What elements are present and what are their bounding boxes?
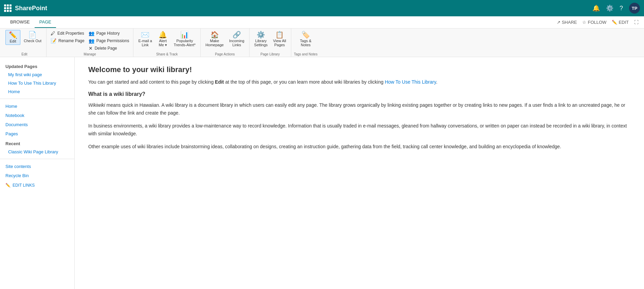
notification-icon[interactable]: 🔔 xyxy=(592,4,600,12)
sidebar-nav-notebook[interactable]: Notebook xyxy=(0,111,74,120)
para2: In business environments, a wiki library… xyxy=(88,122,630,137)
page-heading: Welcome to your wiki library! xyxy=(88,65,630,74)
ribbon-group-page-actions: 🏠 MakeHomepage 🔗 IncomingLinks Page Acti… xyxy=(201,29,249,57)
manage-small-group: 🖊 Edit Properties 📝 Rename Page xyxy=(49,30,86,44)
delete-page-icon: ✕ xyxy=(89,46,93,51)
ribbon-btn-view-all[interactable]: 📋 View AllPages xyxy=(271,30,288,48)
focus-action[interactable]: ⛶ xyxy=(634,20,639,25)
sidebar-divider1 xyxy=(0,99,74,99)
sidebar-edit-links[interactable]: ✏️ EDIT LINKS xyxy=(0,180,74,190)
ribbon-btn-delete-page[interactable]: ✕ Delete Page xyxy=(87,45,131,52)
focus-icon: ⛶ xyxy=(634,20,639,25)
tab-browse[interactable]: BROWSE xyxy=(5,17,35,28)
tags-notes-icon: 🏷️ xyxy=(301,31,310,38)
ribbon-btn-page-history[interactable]: 👥 Page History xyxy=(87,30,131,37)
edit-icon: ✏️ xyxy=(612,20,617,25)
sidebar-link-first-wiki[interactable]: My first wiki page xyxy=(0,70,74,79)
ribbon-btn-make-homepage[interactable]: 🏠 MakeHomepage xyxy=(203,30,226,48)
app-name: SharePoint xyxy=(15,5,47,12)
ribbon-btn-alert[interactable]: 🔔 AlertMe ▾ xyxy=(155,30,170,49)
sidebar-nav-pages[interactable]: Pages xyxy=(0,129,74,138)
ribbon-btn-checkout[interactable]: 📄 Check Out xyxy=(22,30,43,44)
share-action[interactable]: ↗ SHARE xyxy=(557,20,577,25)
sidebar-link-how-to[interactable]: How To Use This Library xyxy=(0,79,74,87)
edit-props-icon: 🖊 xyxy=(51,31,55,36)
view-all-icon: 📋 xyxy=(275,31,284,38)
apps-icon[interactable] xyxy=(4,4,12,12)
email-icon: ✉️ xyxy=(141,31,149,38)
ribbon-btn-rename[interactable]: 📝 Rename Page xyxy=(49,37,86,44)
manage-small-group2: 👥 Page History 👥 Page Permissions ✕ Dele… xyxy=(87,30,131,52)
intro-paragraph: You can get started and add content to t… xyxy=(88,78,630,86)
body-layout: Updated Pages My first wiki page How To … xyxy=(0,57,644,289)
ribbon-btn-tags-notes[interactable]: 🏷️ Tags &Notes xyxy=(298,30,314,48)
ribbon-btn-page-perms[interactable]: 👥 Page Permissions xyxy=(87,37,131,44)
sidebar-recent-classic[interactable]: Classic Wiki Page Library xyxy=(0,148,74,156)
incoming-icon: 🔗 xyxy=(233,31,241,38)
sidebar-divider2 xyxy=(0,159,74,159)
pencil-icon: ✏️ xyxy=(5,183,11,188)
homepage-icon: 🏠 xyxy=(210,31,219,38)
ribbon-group-tags: 🏷️ Tags &Notes Tags and Notes xyxy=(291,29,320,57)
ribbon-btn-email[interactable]: ✉️ E-mail aLink xyxy=(136,30,154,48)
follow-action[interactable]: ☆ FOLLOW xyxy=(582,20,606,25)
sidebar-link-home-updated[interactable]: Home xyxy=(0,87,74,96)
ribbon-btn-edit[interactable]: ✏️ Edit xyxy=(5,30,20,45)
ribbon-group-share: ✉️ E-mail aLink 🔔 AlertMe ▾ 📊 Popularity… xyxy=(133,29,201,57)
sidebar-recycle-bin[interactable]: Recycle Bin xyxy=(0,171,74,180)
ribbon-group-manage: 🖊 Edit Properties 📝 Rename Page 👥 Page H… xyxy=(47,29,133,57)
page-perms-icon: 👥 xyxy=(89,38,94,44)
follow-icon: ☆ xyxy=(582,20,586,25)
ribbon-group-library: ⚙️ LibrarySettings 📋 View AllPages Page … xyxy=(250,29,291,57)
ribbon-btn-library-settings[interactable]: ⚙️ LibrarySettings xyxy=(252,30,270,48)
topbar: SharePoint 🔔 ⚙️ ? TP xyxy=(0,0,644,16)
ribbon-btn-incoming[interactable]: 🔗 IncomingLinks xyxy=(227,30,246,48)
checkout-icon: 📄 xyxy=(28,31,37,38)
edit-action[interactable]: ✏️ EDIT xyxy=(612,20,629,25)
ribbon-btn-popularity[interactable]: 📊 PopularityTrends-Alert* xyxy=(172,30,198,48)
popularity-icon: 📊 xyxy=(180,31,189,38)
page-history-icon: 👥 xyxy=(89,31,94,36)
ribbon: ✏️ Edit 📄 Check Out Edit 🖊 Edit Properti… xyxy=(0,29,644,57)
updated-pages-title: Updated Pages xyxy=(0,61,74,70)
tab-bar: BROWSE PAGE ↗ SHARE ☆ FOLLOW ✏️ EDIT ⛶ xyxy=(0,16,644,29)
share-icon: ↗ xyxy=(557,20,560,25)
para1: Wikiwiki means quick in Hawaiian. A wiki… xyxy=(88,101,630,117)
recent-title: Recent xyxy=(0,138,74,148)
settings-icon[interactable]: ⚙️ xyxy=(606,4,613,12)
sidebar-site-contents[interactable]: Site contents xyxy=(0,162,74,171)
main-content: Welcome to your wiki library! You can ge… xyxy=(75,57,644,289)
library-settings-icon: ⚙️ xyxy=(257,31,265,38)
sidebar-nav-documents[interactable]: Documents xyxy=(0,120,74,129)
ribbon-group-edit: ✏️ Edit 📄 Check Out Edit xyxy=(3,29,47,57)
what-heading: What is a wiki library? xyxy=(88,91,630,97)
how-to-link[interactable]: How To Use This Library xyxy=(385,79,436,85)
sidebar: Updated Pages My first wiki page How To … xyxy=(0,57,75,289)
help-icon[interactable]: ? xyxy=(620,5,623,12)
ribbon-btn-edit-props[interactable]: 🖊 Edit Properties xyxy=(49,30,86,37)
rename-icon: 📝 xyxy=(51,38,56,44)
para3: Other example uses of wiki libraries inc… xyxy=(88,143,630,150)
alert-icon: 🔔 xyxy=(159,31,167,38)
avatar[interactable]: TP xyxy=(629,3,640,14)
sidebar-nav-home[interactable]: Home xyxy=(0,102,74,111)
tab-page[interactable]: PAGE xyxy=(35,17,56,28)
edit-ribbon-icon: ✏️ xyxy=(9,32,17,38)
